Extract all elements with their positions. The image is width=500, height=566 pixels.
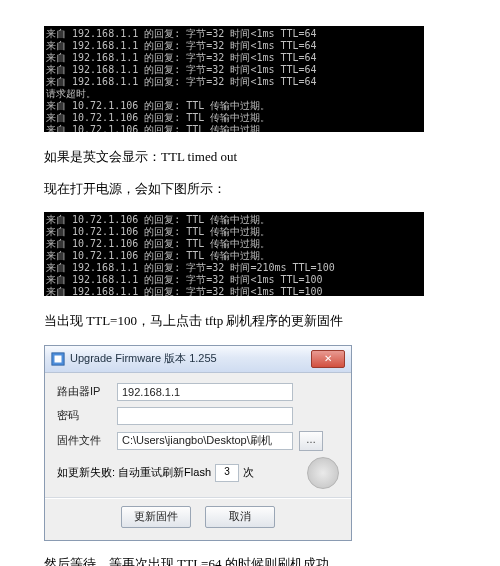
update-firmware-button[interactable]: 更新固件 (121, 506, 191, 528)
terminal-output-2: 来自 10.72.1.106 的回复: TTL 传输中过期。 来自 10.72.… (44, 212, 424, 296)
label-router-ip: 路由器IP (57, 384, 111, 399)
separator (45, 497, 351, 498)
firmware-file-input[interactable] (117, 432, 293, 450)
browse-button[interactable]: … (299, 431, 323, 451)
upgrade-firmware-dialog: Upgrade Firmware 版本 1.255 ✕ 路由器IP 密码 固件文… (44, 345, 352, 541)
close-button[interactable]: ✕ (311, 350, 345, 368)
paragraph-power-on: 现在打开电源，会如下图所示： (44, 180, 456, 198)
status-indicator (307, 457, 339, 489)
paragraph-english-note: 如果是英文会显示：TTL timed out (44, 148, 456, 166)
label-password: 密码 (57, 408, 111, 423)
app-icon (51, 352, 65, 366)
retry-count-input[interactable]: 3 (215, 464, 239, 482)
dialog-title: Upgrade Firmware 版本 1.255 (70, 351, 217, 366)
terminal-output-1: 来自 192.168.1.1 的回复: 字节=32 时间<1ms TTL=64 … (44, 26, 424, 132)
dialog-client-area: 路由器IP 密码 固件文件 … 如更新失败: 自动重试刷新Flash 3 次 更… (45, 373, 351, 540)
router-ip-input[interactable] (117, 383, 293, 401)
label-retry-prefix: 如更新失败: 自动重试刷新Flash (57, 465, 211, 480)
svg-rect-1 (55, 355, 62, 362)
paragraph-wait-success: 然后等待，等再次出现 TTL=64 的时候则刷机成功 (44, 555, 456, 566)
password-input[interactable] (117, 407, 293, 425)
dialog-titlebar[interactable]: Upgrade Firmware 版本 1.255 ✕ (45, 346, 351, 373)
cancel-button[interactable]: 取消 (205, 506, 275, 528)
label-firmware-file: 固件文件 (57, 433, 111, 448)
close-icon: ✕ (324, 354, 332, 364)
label-retry-suffix: 次 (243, 465, 254, 480)
paragraph-click-tftp: 当出现 TTL=100，马上点击 tftp 刷机程序的更新固件 (44, 312, 456, 330)
